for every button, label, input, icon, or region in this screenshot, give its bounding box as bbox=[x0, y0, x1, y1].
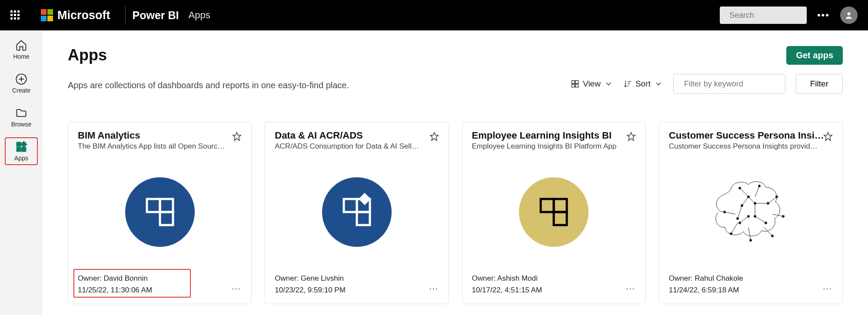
more-options-icon[interactable]: ••• bbox=[817, 10, 830, 21]
account-avatar[interactable] bbox=[840, 7, 858, 24]
star-icon bbox=[626, 132, 636, 141]
nav-label: Browse bbox=[11, 121, 32, 128]
card-title: Customer Success Persona Insights bbox=[669, 130, 825, 141]
svg-rect-35 bbox=[554, 212, 567, 225]
brain-circuit-icon bbox=[707, 175, 794, 249]
view-label: View bbox=[583, 79, 601, 89]
product-label[interactable]: Power BI bbox=[133, 9, 179, 22]
brand-label: Microsoft bbox=[57, 9, 110, 22]
card-owner: Owner: Gene Livshin bbox=[275, 273, 439, 284]
nav-label: Apps bbox=[14, 155, 28, 162]
svg-rect-7 bbox=[17, 147, 21, 151]
svg-point-2 bbox=[848, 12, 851, 15]
chevron-down-icon bbox=[654, 80, 663, 88]
svg-point-47 bbox=[767, 202, 769, 205]
sort-label: Sort bbox=[635, 79, 651, 89]
card-timestamp: 11/24/22, 6:59:18 AM bbox=[669, 285, 833, 296]
card-icon bbox=[275, 151, 439, 273]
svg-rect-24 bbox=[147, 199, 160, 212]
nav-home[interactable]: Home bbox=[6, 36, 37, 63]
card-footer: Owner: David Bonnin 11/25/22, 11:30:06 A… bbox=[78, 273, 242, 296]
filter-keyword-input[interactable] bbox=[684, 80, 785, 89]
svg-rect-10 bbox=[572, 81, 575, 84]
card-timestamp: 10/17/22, 4:51:15 AM bbox=[472, 285, 636, 296]
nav-browse[interactable]: Browse bbox=[6, 104, 37, 130]
favorite-button[interactable] bbox=[429, 132, 439, 143]
apps-grid: BIM Analytics The BIM Analytics App list… bbox=[68, 122, 843, 304]
svg-rect-8 bbox=[22, 147, 26, 151]
card-description: Customer Success Persona Insights provid… bbox=[669, 142, 825, 151]
app-circle-icon bbox=[519, 177, 589, 247]
svg-marker-27 bbox=[430, 133, 438, 140]
left-nav: Home Create Browse Apps bbox=[0, 30, 43, 315]
card-title: Employee Learning Insights BI bbox=[472, 130, 629, 141]
person-icon bbox=[845, 11, 853, 20]
favorite-button[interactable] bbox=[232, 132, 242, 143]
view-dropdown[interactable]: View bbox=[571, 79, 613, 89]
card-owner: Owner: David Bonnin bbox=[78, 273, 242, 284]
card-footer: Owner: Gene Livshin 10/23/22, 9:59:10 PM bbox=[275, 273, 439, 296]
card-title: Data & AI ACR/ADS bbox=[275, 130, 431, 141]
svg-marker-36 bbox=[824, 133, 832, 140]
card-title: BIM Analytics bbox=[78, 130, 234, 141]
apps-icon bbox=[15, 141, 27, 153]
svg-point-45 bbox=[747, 196, 750, 198]
filter-label: Filter bbox=[810, 79, 828, 89]
folder-icon bbox=[15, 107, 27, 119]
breadcrumb[interactable]: Apps bbox=[188, 10, 210, 21]
svg-point-49 bbox=[765, 222, 767, 224]
search-input[interactable] bbox=[729, 11, 830, 20]
card-more-options[interactable]: ⋮ bbox=[822, 285, 833, 293]
get-apps-button[interactable]: Get apps bbox=[786, 46, 843, 65]
app-circle-icon bbox=[322, 177, 392, 247]
grid-icon bbox=[571, 80, 579, 88]
page-title: Apps bbox=[68, 46, 107, 64]
card-owner: Owner: Rahul Chakole bbox=[669, 273, 833, 284]
svg-rect-6 bbox=[17, 143, 21, 146]
svg-point-52 bbox=[741, 204, 743, 207]
star-icon bbox=[429, 132, 439, 141]
svg-rect-12 bbox=[572, 84, 575, 87]
card-footer: Owner: Rahul Chakole 11/24/22, 6:59:18 A… bbox=[669, 273, 833, 296]
card-more-options[interactable]: ⋮ bbox=[625, 285, 636, 293]
svg-rect-13 bbox=[575, 84, 579, 87]
svg-rect-25 bbox=[160, 199, 173, 212]
card-more-options[interactable]: ⋮ bbox=[231, 285, 242, 293]
sort-dropdown[interactable]: Sort bbox=[623, 79, 663, 89]
nav-create[interactable]: Create bbox=[6, 70, 37, 96]
svg-rect-28 bbox=[344, 199, 357, 212]
favorite-button[interactable] bbox=[626, 132, 636, 143]
app-circle-icon bbox=[125, 177, 195, 247]
svg-point-50 bbox=[747, 215, 750, 218]
nav-apps[interactable]: Apps bbox=[6, 138, 37, 164]
app-card[interactable]: Data & AI ACR/ADS ACR/ADS Consumption fo… bbox=[265, 122, 449, 304]
top-bar: Microsoft Power BI Apps ••• bbox=[0, 0, 868, 30]
svg-rect-26 bbox=[160, 212, 173, 225]
divider bbox=[125, 6, 126, 25]
card-timestamp: 10/23/22, 9:59:10 PM bbox=[275, 285, 439, 296]
card-owner: Owner: Ashish Modi bbox=[472, 273, 636, 284]
nav-label: Home bbox=[13, 53, 29, 60]
sort-icon bbox=[623, 80, 632, 88]
filter-keyword[interactable] bbox=[673, 74, 785, 94]
card-icon bbox=[472, 151, 636, 273]
svg-point-51 bbox=[738, 222, 741, 224]
card-more-options[interactable]: ⋮ bbox=[429, 285, 439, 293]
app-card[interactable]: Employee Learning Insights BI Employee L… bbox=[462, 122, 646, 304]
favorite-button[interactable] bbox=[823, 132, 833, 143]
microsoft-logo: Microsoft bbox=[41, 9, 110, 22]
svg-marker-32 bbox=[627, 133, 635, 140]
svg-rect-11 bbox=[575, 81, 579, 84]
app-card[interactable]: Customer Success Persona Insights Custom… bbox=[659, 122, 843, 304]
card-icon bbox=[78, 151, 242, 273]
home-icon bbox=[15, 39, 27, 51]
app-launcher-icon[interactable] bbox=[10, 10, 20, 20]
nav-label: Create bbox=[12, 87, 30, 94]
app-card[interactable]: BIM Analytics The BIM Analytics App list… bbox=[68, 122, 252, 304]
plus-circle-icon bbox=[15, 73, 27, 85]
svg-point-46 bbox=[754, 202, 756, 205]
filter-button[interactable]: Filter bbox=[796, 74, 843, 94]
global-search[interactable] bbox=[720, 7, 807, 24]
card-description: The BIM Analytics App lists all Open Sou… bbox=[78, 142, 234, 151]
svg-rect-30 bbox=[357, 212, 370, 225]
